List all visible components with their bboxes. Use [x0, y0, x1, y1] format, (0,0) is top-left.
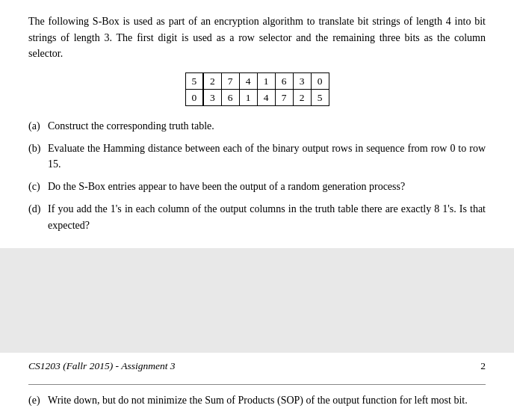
question-label: (a): [28, 118, 48, 135]
question-e-text: Write down, but do not minimize the Sum …: [48, 392, 486, 409]
sbox-table: 5274163003614725: [185, 72, 329, 106]
footer-bar: CS1203 (Fallr 2015) - Assignment 3 2: [28, 356, 486, 377]
sbox-cell: 4: [257, 90, 275, 106]
footer-divider: [28, 384, 486, 385]
question-item: (c)Do the S-Box entries appear to have b…: [28, 179, 486, 195]
footer-page-number: 2: [480, 360, 486, 372]
page-bottom: CS1203 (Fallr 2015) - Assignment 3 2 (e)…: [0, 353, 514, 409]
sbox-cell: 5: [185, 73, 203, 90]
question-text: If you add the 1's in each column of the…: [48, 201, 486, 233]
question-item: (a)Construct the corresponding truth tab…: [28, 118, 486, 135]
sbox-cell: 3: [293, 73, 311, 90]
question-text: Construct the corresponding truth table.: [48, 118, 486, 135]
sbox-cell: 5: [311, 90, 329, 106]
question-text: Do the S-Box entries appear to have been…: [48, 179, 486, 195]
intro-paragraph: The following S-Box is used as part of a…: [28, 13, 486, 62]
sbox-cell: 2: [293, 90, 311, 106]
question-text: Evaluate the Hamming distance between ea…: [48, 140, 486, 173]
sbox-cell: 1: [257, 73, 275, 90]
sbox-cell: 1: [239, 90, 257, 106]
sbox-cell: 4: [239, 73, 257, 90]
sbox-cell: 6: [221, 90, 239, 106]
bottom-question: (e) Write down, but do not minimize the …: [28, 392, 486, 409]
sbox-cell: 3: [203, 90, 221, 106]
question-label: (b): [28, 140, 48, 157]
sbox-table-wrapper: 5274163003614725: [28, 72, 486, 106]
question-e-label: (e): [28, 392, 48, 409]
sbox-cell: 2: [203, 73, 221, 90]
sbox-cell: 0: [311, 73, 329, 90]
question-item: (b)Evaluate the Hamming distance between…: [28, 140, 486, 173]
sbox-cell: 7: [221, 73, 239, 90]
questions-list: (a)Construct the corresponding truth tab…: [28, 118, 486, 233]
page-top: The following S-Box is used as part of a…: [0, 0, 514, 248]
question-label: (d): [28, 201, 48, 217]
gray-section: [0, 248, 514, 353]
sbox-row: 03614725: [185, 90, 329, 106]
sbox-cell: 7: [275, 90, 293, 106]
question-label: (c): [28, 179, 48, 195]
footer-course: CS1203 (Fallr 2015) - Assignment 3: [28, 360, 176, 372]
sbox-row: 52741630: [185, 73, 329, 90]
sbox-cell: 6: [275, 73, 293, 90]
question-e: (e) Write down, but do not minimize the …: [28, 392, 486, 409]
sbox-cell: 0: [185, 90, 203, 106]
question-item: (d)If you add the 1's in each column of …: [28, 201, 486, 233]
